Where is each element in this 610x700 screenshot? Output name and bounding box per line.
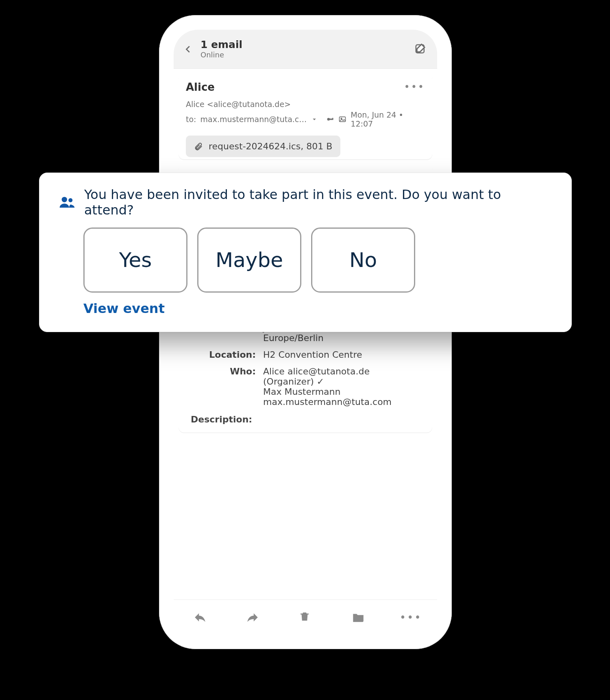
compose-icon[interactable]	[414, 43, 427, 56]
svg-point-6	[62, 197, 67, 202]
expand-recipients-icon[interactable]	[311, 116, 318, 123]
trash-icon[interactable]	[298, 610, 312, 624]
popup-text: You have been invited to take part in th…	[84, 187, 552, 218]
app-header: 1 email Online	[174, 30, 437, 69]
more-actions-icon[interactable]: •••	[404, 610, 418, 624]
rsvp-choices: Yes Maybe No	[83, 228, 552, 293]
message-more-icon[interactable]: •••	[404, 81, 425, 93]
folder-icon[interactable]	[351, 610, 365, 624]
paperclip-icon	[194, 142, 203, 151]
header-status: Online	[200, 51, 407, 59]
popup-header: You have been invited to take part in th…	[59, 187, 552, 218]
back-icon[interactable]	[183, 44, 193, 54]
value-who: Alice alice@tutanota.de (Organizer) ✓ Ma…	[263, 366, 420, 407]
people-icon	[59, 194, 75, 210]
rsvp-maybe-button[interactable]: Maybe	[197, 228, 301, 293]
label-description: Description:	[191, 414, 420, 424]
label-who: Who:	[191, 366, 256, 407]
image-icon	[338, 115, 346, 123]
message-card: Alice ••• Alice <alice@tutanota.de> to: …	[179, 74, 432, 160]
to-prefix: to:	[186, 115, 196, 124]
value-location: H2 Convention Centre	[263, 350, 420, 360]
svg-rect-3	[332, 118, 333, 119]
label-location: Location:	[191, 350, 256, 360]
svg-point-7	[68, 198, 72, 202]
reply-icon[interactable]	[193, 610, 207, 624]
phone-frame: 1 email Online Alice ••• Alice <alice@tu…	[159, 15, 452, 649]
header-text: 1 email Online	[200, 39, 407, 59]
attachment-chip[interactable]: request-2024624.ics, 801 B	[186, 136, 340, 157]
attachment-label: request-2024624.ics, 801 B	[209, 141, 332, 151]
phone-screen: 1 email Online Alice ••• Alice <alice@tu…	[174, 30, 437, 634]
rsvp-yes-button[interactable]: Yes	[83, 228, 187, 293]
rsvp-no-button[interactable]: No	[311, 228, 415, 293]
sender-name: Alice	[186, 81, 215, 93]
sender-row: Alice •••	[186, 81, 425, 93]
to-value: max.mustermann@tuta.c…	[200, 115, 307, 124]
view-event-link[interactable]: View event	[83, 301, 552, 316]
to-line: to: max.mustermann@tuta.c… Mon, Jun 24 •…	[186, 110, 425, 128]
bottom-action-bar: •••	[174, 599, 437, 634]
from-line: Alice <alice@tutanota.de>	[186, 100, 425, 109]
header-title: 1 email	[200, 39, 407, 51]
svg-point-1	[327, 118, 330, 121]
rsvp-popup: You have been invited to take part in th…	[39, 173, 572, 332]
message-date: Mon, Jun 24 • 12:07	[351, 110, 425, 128]
forward-icon[interactable]	[246, 610, 259, 624]
encryption-icon	[326, 115, 334, 123]
